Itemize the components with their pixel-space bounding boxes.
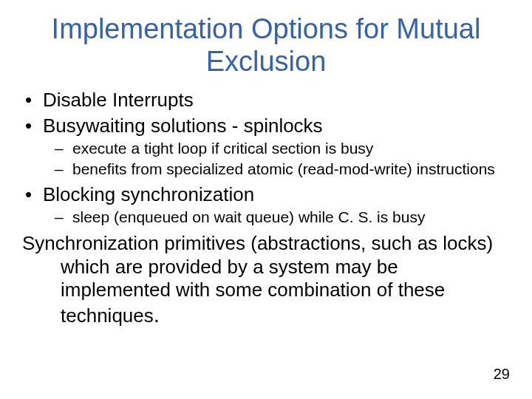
slide-content: • Disable Interrupts • Busywaiting solut…	[0, 88, 532, 328]
paragraph: Synchronization primitives (abstractions…	[22, 232, 510, 328]
bullet-marker: •	[22, 88, 43, 112]
page-number: 29	[494, 366, 510, 383]
bullet-marker: •	[22, 114, 43, 138]
paragraph-text: Synchronization primitives (abstractions…	[22, 232, 493, 327]
bullet-level2: – benefits from specialized atomic (read…	[55, 160, 510, 178]
bullet-level1: • Disable Interrupts	[22, 88, 510, 112]
bullet-level2: – sleep (enqueued on wait queue) while C…	[55, 208, 510, 226]
bullet-level2: – execute a tight loop if critical secti…	[55, 139, 510, 157]
bullet-text: Blocking synchronization	[43, 183, 254, 207]
paragraph-dot: .	[154, 302, 160, 327]
slide-title: Implementation Options for Mutual Exclus…	[0, 0, 532, 86]
dash-marker: –	[55, 160, 72, 178]
bullet-text: Busywaiting solutions - spinlocks	[43, 114, 323, 138]
bullet-level1: • Blocking synchronization	[22, 183, 510, 207]
bullet-level1: • Busywaiting solutions - spinlocks	[22, 114, 510, 138]
dash-marker: –	[55, 139, 72, 157]
bullet-text: sleep (enqueued on wait queue) while C. …	[72, 208, 425, 226]
bullet-text: execute a tight loop if critical section…	[72, 139, 373, 157]
bullet-text: benefits from specialized atomic (read-m…	[72, 160, 495, 178]
bullet-text: Disable Interrupts	[43, 88, 194, 112]
dash-marker: –	[55, 208, 72, 226]
bullet-marker: •	[22, 183, 43, 207]
